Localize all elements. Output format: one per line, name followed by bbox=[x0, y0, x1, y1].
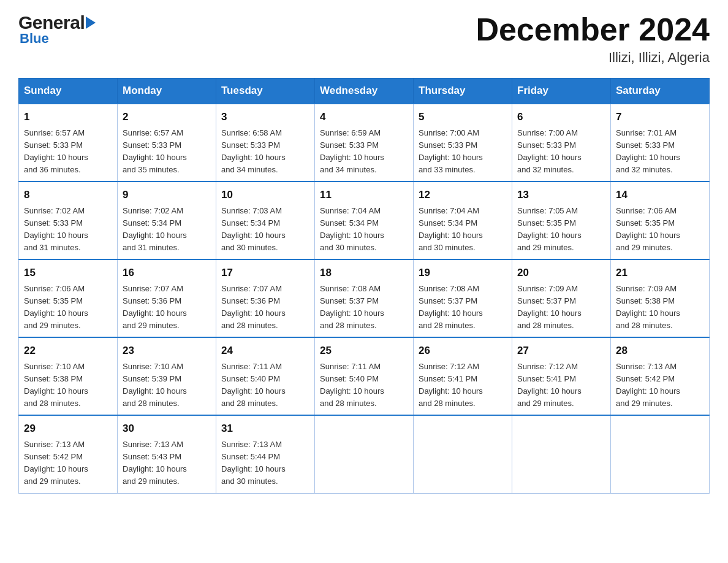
day-number: 15 bbox=[24, 265, 112, 281]
day-number: 20 bbox=[517, 265, 605, 281]
day-number: 16 bbox=[123, 265, 211, 281]
day-number: 26 bbox=[419, 343, 507, 359]
calendar-day-cell: 15Sunrise: 7:06 AMSunset: 5:35 PMDayligh… bbox=[19, 259, 118, 337]
day-info: Sunrise: 6:57 AMSunset: 5:33 PMDaylight:… bbox=[123, 127, 211, 177]
calendar-day-cell: 11Sunrise: 7:04 AMSunset: 5:34 PMDayligh… bbox=[315, 182, 414, 259]
calendar-day-cell: 5Sunrise: 7:00 AMSunset: 5:33 PMDaylight… bbox=[414, 104, 512, 182]
column-header-tuesday: Tuesday bbox=[216, 79, 315, 104]
day-info: Sunrise: 6:58 AMSunset: 5:33 PMDaylight:… bbox=[221, 127, 309, 177]
calendar-day-cell: 13Sunrise: 7:05 AMSunset: 5:35 PMDayligh… bbox=[512, 182, 611, 259]
logo-general-text: General bbox=[18, 12, 85, 33]
calendar-day-cell: 18Sunrise: 7:08 AMSunset: 5:37 PMDayligh… bbox=[315, 259, 414, 337]
calendar-week-row: 1Sunrise: 6:57 AMSunset: 5:33 PMDaylight… bbox=[19, 104, 710, 182]
column-header-saturday: Saturday bbox=[611, 79, 710, 104]
day-number: 11 bbox=[320, 187, 408, 203]
day-info: Sunrise: 7:09 AMSunset: 5:38 PMDaylight:… bbox=[616, 283, 704, 332]
calendar-week-row: 22Sunrise: 7:10 AMSunset: 5:38 PMDayligh… bbox=[19, 337, 710, 415]
calendar-day-cell: 7Sunrise: 7:01 AMSunset: 5:33 PMDaylight… bbox=[611, 104, 710, 182]
calendar-week-row: 29Sunrise: 7:13 AMSunset: 5:42 PMDayligh… bbox=[19, 415, 710, 493]
day-info: Sunrise: 7:07 AMSunset: 5:36 PMDaylight:… bbox=[123, 283, 211, 332]
day-number: 9 bbox=[123, 187, 211, 203]
day-info: Sunrise: 7:11 AMSunset: 5:40 PMDaylight:… bbox=[320, 361, 408, 410]
day-info: Sunrise: 7:13 AMSunset: 5:42 PMDaylight:… bbox=[24, 439, 112, 488]
calendar-day-cell: 12Sunrise: 7:04 AMSunset: 5:34 PMDayligh… bbox=[414, 182, 512, 259]
logo-blue-text: Blue bbox=[20, 31, 49, 47]
calendar-week-row: 15Sunrise: 7:06 AMSunset: 5:35 PMDayligh… bbox=[19, 259, 710, 337]
calendar-day-cell: 10Sunrise: 7:03 AMSunset: 5:34 PMDayligh… bbox=[216, 182, 315, 259]
logo-triangle-icon bbox=[86, 17, 96, 29]
day-number: 29 bbox=[24, 421, 112, 437]
day-number: 2 bbox=[123, 109, 211, 125]
calendar-day-cell: 14Sunrise: 7:06 AMSunset: 5:35 PMDayligh… bbox=[611, 182, 710, 259]
day-info: Sunrise: 7:06 AMSunset: 5:35 PMDaylight:… bbox=[616, 205, 704, 255]
calendar-day-cell: 2Sunrise: 6:57 AMSunset: 5:33 PMDaylight… bbox=[118, 104, 216, 182]
calendar-day-cell: 9Sunrise: 7:02 AMSunset: 5:34 PMDaylight… bbox=[118, 182, 216, 259]
day-number: 6 bbox=[517, 109, 605, 125]
day-info: Sunrise: 7:11 AMSunset: 5:40 PMDaylight:… bbox=[221, 361, 309, 410]
column-header-friday: Friday bbox=[512, 79, 611, 104]
day-number: 31 bbox=[221, 421, 309, 437]
calendar-day-cell: 26Sunrise: 7:12 AMSunset: 5:41 PMDayligh… bbox=[414, 337, 512, 415]
day-number: 30 bbox=[123, 421, 211, 437]
day-info: Sunrise: 7:04 AMSunset: 5:34 PMDaylight:… bbox=[320, 205, 408, 255]
empty-cell bbox=[512, 415, 611, 493]
calendar-day-cell: 16Sunrise: 7:07 AMSunset: 5:36 PMDayligh… bbox=[118, 259, 216, 337]
calendar-day-cell: 21Sunrise: 7:09 AMSunset: 5:38 PMDayligh… bbox=[611, 259, 710, 337]
month-title: December 2024 bbox=[476, 12, 710, 47]
calendar-week-row: 8Sunrise: 7:02 AMSunset: 5:33 PMDaylight… bbox=[19, 182, 710, 259]
empty-cell bbox=[414, 415, 512, 493]
day-number: 5 bbox=[419, 109, 507, 125]
logo-line1: General bbox=[18, 12, 97, 33]
calendar-day-cell: 27Sunrise: 7:12 AMSunset: 5:41 PMDayligh… bbox=[512, 337, 611, 415]
calendar-day-cell: 22Sunrise: 7:10 AMSunset: 5:38 PMDayligh… bbox=[19, 337, 118, 415]
calendar-day-cell: 25Sunrise: 7:11 AMSunset: 5:40 PMDayligh… bbox=[315, 337, 414, 415]
title-block: December 2024 Illizi, Illizi, Algeria bbox=[476, 12, 710, 66]
day-info: Sunrise: 7:08 AMSunset: 5:37 PMDaylight:… bbox=[419, 283, 507, 332]
day-info: Sunrise: 7:00 AMSunset: 5:33 PMDaylight:… bbox=[517, 127, 605, 177]
day-info: Sunrise: 7:13 AMSunset: 5:43 PMDaylight:… bbox=[123, 439, 211, 488]
day-number: 3 bbox=[221, 109, 309, 125]
calendar-day-cell: 28Sunrise: 7:13 AMSunset: 5:42 PMDayligh… bbox=[611, 337, 710, 415]
calendar-day-cell: 24Sunrise: 7:11 AMSunset: 5:40 PMDayligh… bbox=[216, 337, 315, 415]
day-info: Sunrise: 7:09 AMSunset: 5:37 PMDaylight:… bbox=[517, 283, 605, 332]
calendar-day-cell: 17Sunrise: 7:07 AMSunset: 5:36 PMDayligh… bbox=[216, 259, 315, 337]
day-number: 4 bbox=[320, 109, 408, 125]
day-number: 27 bbox=[517, 343, 605, 359]
day-number: 12 bbox=[419, 187, 507, 203]
calendar-day-cell: 8Sunrise: 7:02 AMSunset: 5:33 PMDaylight… bbox=[19, 182, 118, 259]
day-info: Sunrise: 7:10 AMSunset: 5:39 PMDaylight:… bbox=[123, 361, 211, 410]
column-header-sunday: Sunday bbox=[19, 79, 118, 104]
day-info: Sunrise: 6:59 AMSunset: 5:33 PMDaylight:… bbox=[320, 127, 408, 177]
empty-cell bbox=[611, 415, 710, 493]
day-number: 8 bbox=[24, 187, 112, 203]
day-number: 1 bbox=[24, 109, 112, 125]
day-info: Sunrise: 7:05 AMSunset: 5:35 PMDaylight:… bbox=[517, 205, 605, 255]
day-info: Sunrise: 7:13 AMSunset: 5:44 PMDaylight:… bbox=[221, 439, 309, 488]
column-header-thursday: Thursday bbox=[414, 79, 512, 104]
day-info: Sunrise: 7:01 AMSunset: 5:33 PMDaylight:… bbox=[616, 127, 704, 177]
day-info: Sunrise: 7:02 AMSunset: 5:34 PMDaylight:… bbox=[123, 205, 211, 255]
day-number: 18 bbox=[320, 265, 408, 281]
day-info: Sunrise: 7:04 AMSunset: 5:34 PMDaylight:… bbox=[419, 205, 507, 255]
day-number: 22 bbox=[24, 343, 112, 359]
day-info: Sunrise: 7:07 AMSunset: 5:36 PMDaylight:… bbox=[221, 283, 309, 332]
calendar-day-cell: 30Sunrise: 7:13 AMSunset: 5:43 PMDayligh… bbox=[118, 415, 216, 493]
day-info: Sunrise: 7:03 AMSunset: 5:34 PMDaylight:… bbox=[221, 205, 309, 255]
day-number: 10 bbox=[221, 187, 309, 203]
column-header-monday: Monday bbox=[118, 79, 216, 104]
calendar-day-cell: 1Sunrise: 6:57 AMSunset: 5:33 PMDaylight… bbox=[19, 104, 118, 182]
calendar-day-cell: 19Sunrise: 7:08 AMSunset: 5:37 PMDayligh… bbox=[414, 259, 512, 337]
day-number: 21 bbox=[616, 265, 704, 281]
day-info: Sunrise: 7:02 AMSunset: 5:33 PMDaylight:… bbox=[24, 205, 112, 255]
day-info: Sunrise: 7:13 AMSunset: 5:42 PMDaylight:… bbox=[616, 361, 704, 410]
calendar-table: SundayMondayTuesdayWednesdayThursdayFrid… bbox=[18, 78, 710, 493]
calendar-day-cell: 23Sunrise: 7:10 AMSunset: 5:39 PMDayligh… bbox=[118, 337, 216, 415]
day-number: 23 bbox=[123, 343, 211, 359]
calendar-day-cell: 4Sunrise: 6:59 AMSunset: 5:33 PMDaylight… bbox=[315, 104, 414, 182]
page-header: General Blue December 2024 Illizi, Illiz… bbox=[18, 12, 710, 66]
day-info: Sunrise: 6:57 AMSunset: 5:33 PMDaylight:… bbox=[24, 127, 112, 177]
day-info: Sunrise: 7:00 AMSunset: 5:33 PMDaylight:… bbox=[419, 127, 507, 177]
day-number: 17 bbox=[221, 265, 309, 281]
calendar-day-cell: 6Sunrise: 7:00 AMSunset: 5:33 PMDaylight… bbox=[512, 104, 611, 182]
day-number: 25 bbox=[320, 343, 408, 359]
